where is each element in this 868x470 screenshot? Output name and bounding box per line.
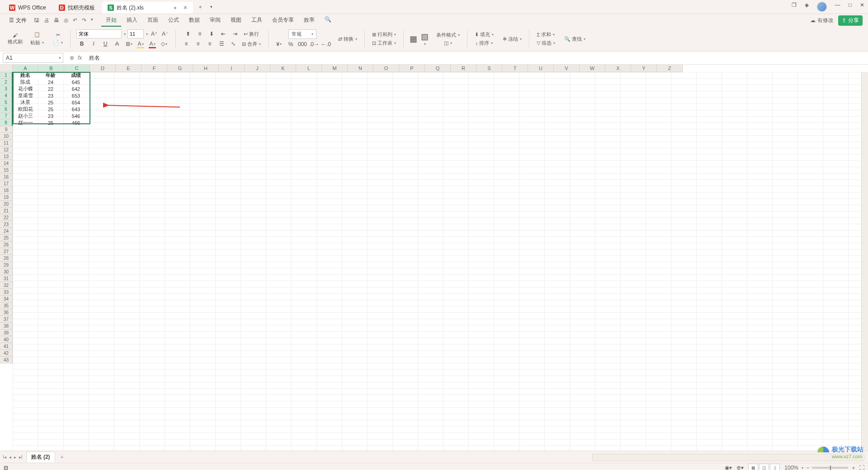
align-middle-icon[interactable]: ≡ xyxy=(195,29,204,38)
row-header-23[interactable]: 23 xyxy=(0,221,13,228)
data-cell[interactable]: 25 xyxy=(38,106,63,113)
data-cell[interactable]: 25 xyxy=(38,99,63,106)
menu-数据[interactable]: 数据 xyxy=(184,14,204,27)
data-cell[interactable]: 642 xyxy=(63,85,89,92)
convert-button[interactable]: ⇄转换▾ xyxy=(337,35,359,43)
col-header-W[interactable]: W xyxy=(580,65,605,72)
table-style-button[interactable]: ▦ xyxy=(410,34,417,44)
wrap-text-button[interactable]: ↩换行 xyxy=(242,30,260,38)
col-header-Q[interactable]: Q xyxy=(425,65,451,72)
sheet-tab[interactable]: 姓名 (2) xyxy=(26,451,55,462)
row-header-15[interactable]: 15 xyxy=(0,167,13,174)
close-icon[interactable]: ✕ xyxy=(183,5,188,11)
menu-视图[interactable]: 视图 xyxy=(226,14,246,27)
row-header-36[interactable]: 36 xyxy=(0,309,13,316)
row-header-41[interactable]: 41 xyxy=(0,343,13,350)
row-header-19[interactable]: 19 xyxy=(0,194,13,201)
menu-效率[interactable]: 效率 xyxy=(299,14,319,27)
row-header-9[interactable]: 9 xyxy=(0,126,13,133)
col-header-J[interactable]: J xyxy=(245,65,270,72)
formula-input[interactable]: 姓名 xyxy=(85,54,868,62)
row-header-1[interactable]: 1 xyxy=(0,72,13,79)
data-cell[interactable]: 陈成 xyxy=(13,79,38,85)
font-name-input[interactable] xyxy=(76,29,122,38)
sum-button[interactable]: Σ求和▾ xyxy=(536,31,557,38)
col-header-N[interactable]: N xyxy=(348,65,373,72)
row-header-40[interactable]: 40 xyxy=(0,336,13,343)
data-cell[interactable]: 欧阳花 xyxy=(13,106,38,113)
doc-tab-0[interactable]: WWPS Office xyxy=(4,2,52,14)
data-cell[interactable]: 赵一一 xyxy=(13,119,38,126)
col-header-G[interactable]: G xyxy=(167,65,193,72)
menu-审阅[interactable]: 审阅 xyxy=(205,14,225,27)
fill-color-button[interactable]: A▾ xyxy=(136,39,145,48)
view-page-button[interactable]: ◫ xyxy=(759,464,769,470)
decimal-decrease-icon[interactable]: ←.0 xyxy=(321,40,330,49)
export-icon[interactable]: 🖨 xyxy=(44,17,49,24)
format-painter-button[interactable]: 🖌 格式刷 xyxy=(8,33,23,45)
data-cell[interactable]: 25 xyxy=(38,119,63,126)
row-header-42[interactable]: 42 xyxy=(0,350,13,357)
file-menu[interactable]: ☰ 文件 xyxy=(5,16,30,25)
data-cell[interactable]: 653 xyxy=(63,92,89,99)
col-header-K[interactable]: K xyxy=(270,65,296,72)
data-table[interactable]: 姓名年龄成绩陈成24645花小蝶22642皇甫雪23653沐景25654欧阳花2… xyxy=(13,72,89,126)
status-icon[interactable]: ⊟ xyxy=(4,465,8,470)
eye-icon[interactable]: ◉▾ xyxy=(725,465,732,470)
maximize-icon[interactable]: □ xyxy=(849,2,852,12)
align-top-icon[interactable]: ⬆ xyxy=(184,29,193,38)
italic-button[interactable]: I xyxy=(89,39,98,48)
doc-tab-1[interactable]: D找稻壳模板 xyxy=(53,2,100,14)
align-center-icon[interactable]: ≡ xyxy=(193,39,203,48)
data-cell[interactable]: 皇甫雪 xyxy=(13,92,38,99)
orientation-icon[interactable]: ⤡ xyxy=(229,39,238,48)
row-header-39[interactable]: 39 xyxy=(0,329,13,336)
row-header-28[interactable]: 28 xyxy=(0,255,13,262)
decrease-font-icon[interactable]: A⁻ xyxy=(160,29,170,38)
data-cell[interactable]: 赵小三 xyxy=(13,113,38,119)
col-header-D[interactable]: D xyxy=(90,65,116,72)
sheet-prev-icon[interactable]: ◂ xyxy=(9,455,11,460)
row-header-30[interactable]: 30 xyxy=(0,268,13,275)
row-header-5[interactable]: 5 xyxy=(0,99,13,106)
row-header-26[interactable]: 26 xyxy=(0,241,13,248)
col-header-I[interactable]: I xyxy=(219,65,245,72)
font-size-dropdown[interactable]: ▾ xyxy=(146,32,148,36)
menu-开始[interactable]: 开始 xyxy=(101,14,121,27)
freeze-button[interactable]: ❄冻结▾ xyxy=(501,35,523,43)
row-header-35[interactable]: 35 xyxy=(0,302,13,309)
row-header-4[interactable]: 4 xyxy=(0,92,13,99)
thousands-icon[interactable]: 000 xyxy=(298,40,307,49)
header-cell[interactable]: 姓名 xyxy=(13,72,38,79)
border-button[interactable]: ⊞▾ xyxy=(124,39,133,48)
new-tab-dropdown[interactable]: ▾ xyxy=(206,1,217,12)
row-header-14[interactable]: 14 xyxy=(0,160,13,167)
menu-插入[interactable]: 插入 xyxy=(122,14,142,27)
crop-button[interactable]: ◫▾ xyxy=(443,40,453,47)
expand-formula-icon[interactable]: ⊕ xyxy=(70,55,74,61)
preview-icon[interactable]: ◎ xyxy=(64,17,68,24)
fullscreen-icon[interactable]: ⛶ xyxy=(859,465,864,470)
undo-icon[interactable]: ↶ xyxy=(73,17,77,24)
col-header-M[interactable]: M xyxy=(322,65,348,72)
col-header-E[interactable]: E xyxy=(116,65,142,72)
col-header-Y[interactable]: Y xyxy=(631,65,657,72)
sheet-first-icon[interactable]: I◂ xyxy=(3,455,6,460)
indent-decrease-icon[interactable]: ⇤ xyxy=(219,29,228,38)
col-header-R[interactable]: R xyxy=(451,65,476,72)
paste-dropdown[interactable]: 粘贴▾ xyxy=(29,39,45,47)
find-button[interactable]: 🔍查找▾ xyxy=(563,35,587,43)
col-header-P[interactable]: P xyxy=(399,65,425,72)
row-header-18[interactable]: 18 xyxy=(0,187,13,194)
zoom-slider[interactable] xyxy=(812,467,848,469)
row-header-11[interactable]: 11 xyxy=(0,140,13,146)
new-tab-button[interactable]: ＋ xyxy=(195,1,206,12)
font-size-input[interactable] xyxy=(127,29,144,38)
name-box[interactable]: A1 ▾ xyxy=(3,53,63,63)
data-cell[interactable]: 466 xyxy=(63,119,89,126)
select-all-corner[interactable] xyxy=(0,65,13,72)
worksheet-button[interactable]: ⊡工作表▾ xyxy=(371,39,397,47)
fill-button[interactable]: ⬇填充▾ xyxy=(473,31,495,38)
quick-dropdown[interactable]: ▾ xyxy=(91,17,93,24)
share-button[interactable]: ⇪ 分享 xyxy=(838,15,863,26)
